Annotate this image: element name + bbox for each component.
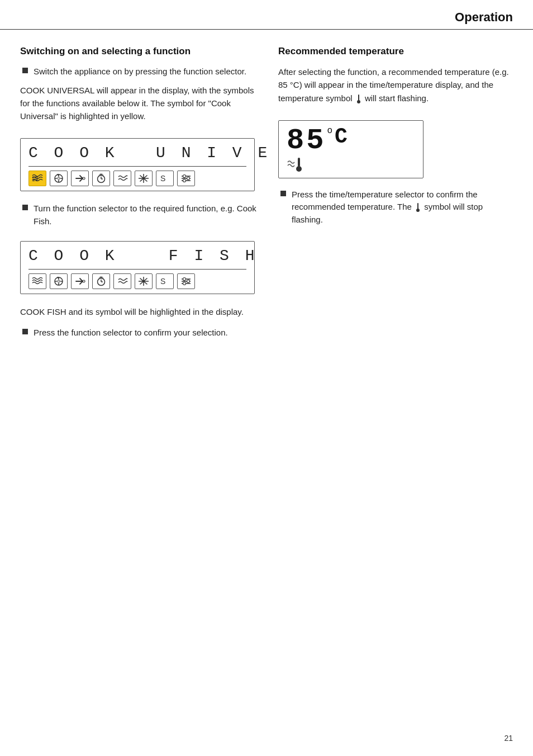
timer-icon-fish — [92, 273, 110, 289]
bullet-item-3: Press the function selector to confirm y… — [22, 327, 258, 339]
svg-point-47 — [183, 282, 186, 285]
svg-point-24 — [183, 179, 186, 182]
eco-svg-fish: S — [159, 276, 171, 286]
grill-fan-icon-fish — [50, 273, 68, 289]
simmer-icon — [113, 171, 131, 186]
display-icons-row-universal: 𝌙 — [28, 166, 246, 186]
temp-unit-c: oC — [327, 126, 349, 148]
timer-icon — [92, 171, 110, 186]
heat-waves-icon: 𝌙 — [28, 171, 46, 186]
svg-point-40 — [142, 280, 145, 282]
snowflake-svg — [137, 173, 150, 183]
bullet-square-2 — [22, 205, 28, 210]
svg-rect-56 — [417, 207, 418, 210]
svg-point-26 — [58, 280, 60, 282]
simmer-icon-fish — [113, 273, 131, 289]
heat-waves-svg: 𝌙 — [31, 173, 44, 183]
timer-svg-fish — [95, 276, 107, 286]
simmer-svg — [116, 173, 129, 183]
snowflake-icon-fish — [135, 273, 153, 289]
temp-display-inner: 85 oC — [287, 126, 350, 155]
display-box-fish: C O O K F I S H — [20, 241, 255, 294]
left-column: Switching on and selecting a function Sw… — [20, 45, 258, 344]
svg-point-2 — [58, 177, 60, 179]
svg-text:S: S — [160, 174, 165, 183]
display-label-fish: C O O K F I S H — [28, 247, 258, 264]
temp-display-row: 85 oC — [287, 126, 415, 155]
display-text-universal: C O O K U N I V E R S A L — [28, 144, 246, 162]
right-para-1b-text: will start flashing. — [365, 93, 429, 103]
svg-rect-53 — [298, 164, 299, 169]
right-bullet-item-1: Press the time/temperature selector to c… — [280, 188, 513, 226]
eco-icon-fish: S — [156, 273, 174, 289]
left-section-heading: Switching on and selecting a function — [20, 45, 258, 58]
bullet-square-3 — [22, 329, 28, 334]
simmer-svg-fish — [116, 276, 129, 286]
timer-svg — [95, 173, 107, 183]
svg-point-17 — [142, 177, 145, 179]
thermo-inline-icon-2 — [415, 202, 421, 212]
thermo-display-icon — [287, 157, 309, 173]
page-number: 21 — [504, 734, 513, 743]
eco-icon: S — [156, 171, 174, 186]
page-header: Operation — [0, 0, 533, 30]
heat-waves-svg-fish — [31, 276, 44, 286]
temp-value: 85 — [287, 126, 326, 155]
snowflake-icon — [135, 171, 153, 186]
svg-text:S: S — [160, 277, 165, 286]
level-svg — [180, 173, 192, 183]
grill-fan-svg — [53, 173, 65, 183]
thermo-inline-icon — [356, 94, 361, 104]
para-2: COOK FISH and its symbol will be highlig… — [20, 305, 258, 318]
bullet-square-1 — [22, 68, 28, 73]
arrow-right-svg — [74, 173, 86, 183]
thermo-icon-area — [287, 157, 415, 173]
right-para-1: After selecting the function, a recommen… — [278, 65, 513, 105]
display-box-universal: C O O K U N I V E R S A L 𝌙 — [20, 138, 255, 191]
heat-waves-icon-fish — [28, 273, 46, 289]
grill-fan-icon — [50, 171, 68, 186]
temp-display-box: 85 oC — [278, 120, 423, 178]
bullet-text-2: Turn the function selector to the requir… — [34, 202, 258, 228]
display-text-fish: C O O K F I S H — [28, 247, 246, 264]
svg-point-22 — [183, 175, 186, 178]
right-section-heading: Recommended temperature — [278, 45, 513, 58]
arrow-right-icon — [71, 171, 89, 186]
right-bullet-text-1: Press the time/temperature selector to c… — [292, 188, 513, 226]
svg-point-23 — [187, 177, 190, 180]
level-svg-fish — [180, 276, 192, 286]
grill-fan-svg-fish — [53, 276, 65, 286]
svg-rect-50 — [358, 98, 359, 102]
right-bullet-square-1 — [280, 191, 286, 196]
seg-display: 85 oC — [287, 126, 350, 155]
arrow-right-svg-fish — [74, 276, 86, 286]
level-icon — [177, 171, 195, 186]
bullet-item-1: Switch the appliance on by pressing the … — [22, 65, 258, 78]
level-icon-fish — [177, 273, 195, 289]
para-1: COOK UNIVERSAL will appear in the displa… — [20, 84, 258, 123]
bullet-text-3: Press the function selector to confirm y… — [34, 327, 228, 339]
page-title: Operation — [455, 10, 513, 24]
right-column: Recommended temperature After selecting … — [278, 45, 513, 344]
svg-point-45 — [183, 278, 186, 281]
snowflake-svg-fish — [137, 276, 150, 286]
arrow-right-icon-fish — [71, 273, 89, 289]
svg-point-46 — [187, 280, 190, 283]
eco-svg: S — [159, 173, 171, 183]
bullet-text-1: Switch the appliance on by pressing the … — [34, 65, 246, 78]
display-icons-row-fish: S — [28, 269, 246, 289]
bullet-item-2: Turn the function selector to the requir… — [22, 202, 258, 228]
main-content: Switching on and selecting a function Sw… — [0, 30, 533, 360]
